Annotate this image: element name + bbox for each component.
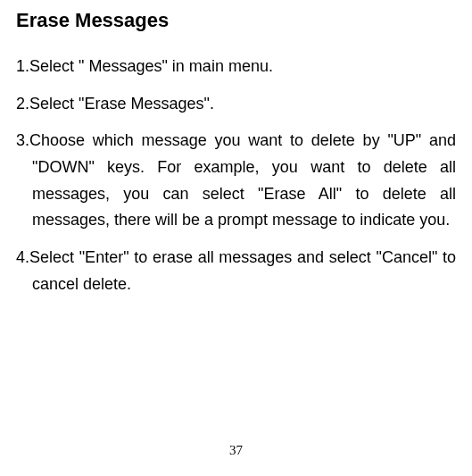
step-number: 4.	[16, 248, 29, 266]
step-text: Select "Enter" to erase all messages and…	[29, 248, 456, 293]
list-item: 1.Select " Messages" in main menu.	[16, 54, 456, 80]
step-number: 2.	[16, 95, 29, 113]
page-title: Erase Messages	[16, 9, 456, 32]
step-text: Choose which message you want to delete …	[29, 131, 456, 229]
step-text: Select "Erase Messages".	[29, 95, 214, 113]
list-item: 2.Select "Erase Messages".	[16, 91, 456, 118]
step-number: 1.	[16, 57, 29, 75]
step-text: Select " Messages" in main menu.	[29, 57, 273, 75]
step-number: 3.	[16, 131, 29, 149]
list-item: 4.Select "Enter" to erase all messages a…	[16, 245, 456, 297]
page-number: 37	[229, 443, 243, 458]
list-item: 3.Choose which message you want to delet…	[16, 128, 456, 234]
steps-list: 1.Select " Messages" in main menu. 2.Sel…	[16, 54, 456, 298]
